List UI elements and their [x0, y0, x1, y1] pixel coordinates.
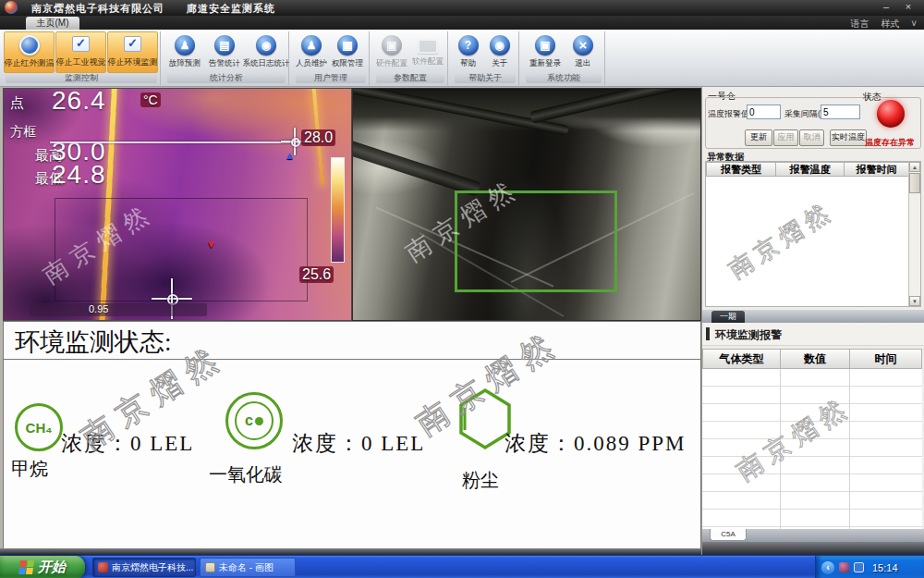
button-label: 停止红外测温 [5, 57, 55, 69]
window-bottom-edge [0, 548, 701, 555]
tray-chevron-icon[interactable]: ‹ [821, 561, 834, 574]
checkmark-icon: ✓ [124, 36, 141, 52]
button-label: 退出 [576, 58, 591, 69]
industrial-camera-view[interactable]: 南京熠然 [352, 88, 701, 321]
ribbon-group-statistics: ♟ 故障预测 ▤ 告警统计 ◉ 系统日志统计 统计分析 [164, 31, 289, 85]
globe-icon: ◉ [490, 35, 510, 55]
system-tray: ‹ 15:14 [815, 556, 924, 578]
person-icon: ♟ [175, 35, 195, 55]
taskbar-item-app[interactable]: 南京熠然电子科技... [92, 558, 196, 577]
close-button[interactable]: × [902, 2, 915, 13]
company-name: 南京熠然电子科技有限公司 [31, 3, 164, 14]
fault-prediction-button[interactable]: ♟ 故障预测 [165, 31, 204, 73]
interval-input[interactable] [821, 105, 860, 119]
scale-low-value: 25.6 [299, 266, 334, 283]
button-label: 系统日志统计 [243, 58, 290, 69]
red-marker-icon: ▼ [206, 239, 216, 250]
button-label: 软件配置 [412, 56, 444, 68]
tray-network-icon[interactable] [854, 562, 864, 572]
environment-status-panel: 环境监测状态: CH₄ 甲烷 浓度：0 LEL c 一氧化碳 浓度：0 LEL … [3, 321, 701, 549]
globe-icon: ◉ [256, 35, 276, 55]
thermal-camera-view[interactable]: 点 26.4 °C 方框 最高 30.0 最低 24.8 ▲ 28.0 25.6… [3, 88, 352, 321]
alarm-col-time[interactable]: 报警时间 [844, 162, 909, 177]
watermark: 南京熠然 [723, 194, 839, 286]
login-window-icon: ▣ [535, 35, 555, 55]
button-label: 停止环境监测 [108, 56, 158, 68]
dust-reading: 浓度：0.089 PPM [505, 429, 687, 458]
thermal-color-scale [331, 157, 345, 263]
taskbar-item-paint[interactable]: 未命名 - 画图 [200, 558, 296, 577]
unit-label: °C [140, 92, 161, 107]
start-button[interactable]: 开始 [0, 556, 85, 578]
tab-home[interactable]: 主页(M) [26, 17, 79, 30]
tray-app-icon[interactable] [839, 562, 849, 572]
task-label: 未命名 - 画图 [219, 561, 274, 574]
chevron-down-icon[interactable]: ˅ [911, 18, 917, 29]
carbon-monoxide-reading: 浓度：0 LEL [292, 429, 425, 458]
tab-phase-one[interactable]: 一期 [711, 311, 745, 323]
accent-bar [706, 327, 710, 340]
stop-industrial-vision-button[interactable]: ✓ 停止工业视觉 [55, 31, 106, 73]
scrollbar-thumb[interactable] [909, 173, 920, 193]
cancel-button[interactable]: 取消 [799, 129, 824, 146]
ribbon-group-help-about: ? 帮助 ◉ 关于 帮助关于 [452, 31, 519, 85]
menu-style[interactable]: 样式 [881, 18, 899, 29]
app-logo-icon [5, 1, 18, 14]
exit-button[interactable]: × 退出 [567, 31, 599, 73]
stop-environment-monitor-button[interactable]: ✓ 停止环境监测 [107, 31, 158, 73]
temp-alarm-input[interactable] [747, 105, 781, 119]
relogin-button[interactable]: ▣ 重新登录 [524, 31, 566, 73]
emissivity-value: 0.95 [89, 303, 108, 314]
stop-infrared-button[interactable]: 停止红外测温 [4, 31, 55, 73]
right-panel: 一号仓 状态 温度报警值(°C): 采集间隔(分): 更新 应用 取消 实时温度… [701, 87, 924, 555]
monitor-icon [418, 39, 438, 54]
button-label: 权限管理 [332, 58, 363, 69]
button-label: 停止工业视觉 [56, 56, 106, 68]
methane-reading: 浓度：0 LEL [61, 429, 194, 458]
apply-button[interactable]: 应用 [773, 129, 798, 146]
app-window: 南京熠然电子科技有限公司廊道安全监测系统 – × 主页(M) 语言 样式 ˅ 停… [0, 0, 924, 578]
env-col-gas-type[interactable]: 气体类型 [702, 349, 781, 369]
methane-label: 甲烷 [11, 457, 48, 482]
realtime-temperature-button[interactable]: 实时温度 [830, 129, 867, 146]
button-label: 告警统计 [209, 58, 240, 69]
alarm-table-scrollbar[interactable]: ▲ ▼ [908, 162, 920, 306]
update-button[interactable]: 更新 [745, 129, 772, 146]
marker-line [50, 141, 301, 143]
button-label: 故障预测 [169, 58, 201, 69]
paint-icon [205, 562, 215, 572]
scroll-down-icon[interactable]: ▼ [909, 296, 920, 306]
about-button[interactable]: ◉ 关于 [484, 31, 515, 73]
temperature-abnormal-text: 温度存在异常 [865, 137, 915, 149]
minimize-button[interactable]: – [880, 2, 893, 13]
help-button[interactable]: ? 帮助 [453, 31, 483, 73]
group-label-parameter-config: 参数配置 [376, 73, 444, 83]
thermal-status-bar [30, 303, 207, 316]
alarm-col-type[interactable]: 报警类型 [706, 162, 776, 177]
alarm-statistics-button[interactable]: ▤ 告警统计 [205, 31, 244, 73]
start-label: 开始 [38, 559, 66, 576]
pipe [352, 140, 481, 197]
alarm-col-temperature[interactable]: 报警温度 [775, 162, 845, 177]
env-col-time[interactable]: 时间 [849, 349, 922, 369]
env-col-value[interactable]: 数值 [780, 349, 850, 369]
ribbon-group-user-management: ♟ 人员维护 ▦ 权限管理 用户管理 [293, 31, 370, 85]
panel-bottom-edge [702, 542, 924, 555]
ribbon: 停止红外测温 ✓ 停止工业视觉 ✓ 停止环境监测 监测控制 ♟ 故障预测 [0, 30, 924, 87]
ribbon-group-parameter-config: ▣ 硬件配置 软件配置 参数配置 [373, 31, 448, 85]
ribbon-tab-row: 主页(M) 语言 样式 ˅ [0, 16, 924, 30]
permission-management-button[interactable]: ▦ 权限管理 [330, 31, 365, 73]
box-label: 方框 [10, 124, 36, 141]
environment-status-title: 环境监测状态: [15, 326, 172, 359]
scroll-up-icon[interactable]: ▲ [909, 162, 920, 172]
system-log-statistics-button[interactable]: ◉ 系统日志统计 [245, 31, 287, 73]
personnel-maintenance-button[interactable]: ♟ 人员维护 [294, 31, 329, 73]
menu-language[interactable]: 语言 [851, 18, 869, 29]
person-icon: ♟ [301, 35, 322, 55]
methane-icon-text: CH₄ [26, 420, 53, 436]
ribbon-group-monitor-control: 停止红外测温 ✓ 停止工业视觉 ✓ 停止环境监测 监测控制 [3, 31, 161, 85]
lens-icon [19, 35, 40, 55]
min-temperature: 24.8 [52, 160, 106, 190]
button-label: 硬件配置 [376, 58, 407, 69]
tab-csa[interactable]: C5A [710, 529, 747, 541]
